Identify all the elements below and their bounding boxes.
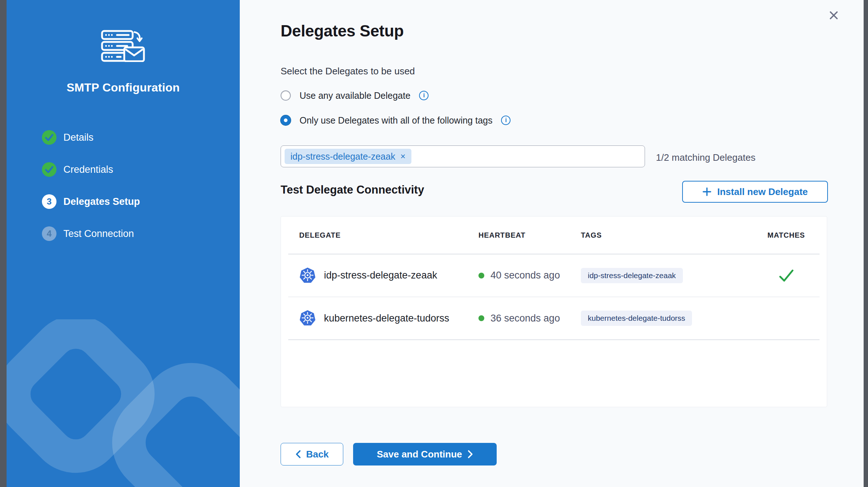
info-icon[interactable]: i (501, 116, 511, 125)
step-number-badge: 3 (42, 194, 56, 209)
delegate-tags-input[interactable]: idp-stress-delegate-zeaak × (281, 145, 645, 167)
table-row: idp-stress-delegate-zeaak 40 seconds ago… (281, 254, 827, 297)
divider (288, 339, 820, 340)
sidebar-item-credentials[interactable]: Credentials (42, 162, 140, 177)
sidebar-item-details[interactable]: Details (42, 130, 140, 145)
step-label: Delegates Setup (63, 196, 140, 207)
back-button[interactable]: Back (281, 443, 343, 465)
radio-label: Use any available Delegate (300, 90, 410, 101)
chevron-right-icon (467, 449, 473, 459)
kubernetes-icon (299, 267, 316, 284)
install-new-delegate-button[interactable]: Install new Delegate (682, 181, 828, 203)
delegates-setup-panel: Delegates Setup Select the Delegates to … (240, 0, 864, 487)
screen: SMTP Configuration Details Credentials 3 (0, 0, 868, 487)
column-header-tags: TAGS (581, 231, 728, 239)
heartbeat-text: 40 seconds ago (490, 270, 560, 281)
table-row: kubernetes-delegate-tudorss 36 seconds a… (281, 297, 827, 339)
smtp-mail-servers-icon (101, 30, 145, 62)
close-icon (828, 9, 840, 22)
plus-icon (702, 187, 712, 196)
wizard-title: SMTP Configuration (7, 81, 240, 94)
delegate-tag-badge: kubernetes-delegate-tudorss (581, 311, 692, 326)
sidebar-item-delegates-setup[interactable]: 3 Delegates Setup (42, 194, 140, 209)
delegate-name: idp-stress-delegate-zeaak (324, 270, 437, 281)
save-and-continue-button[interactable]: Save and Continue (353, 443, 497, 465)
step-number-badge: 4 (42, 226, 56, 241)
heartbeat-text: 36 seconds ago (490, 313, 560, 324)
save-button-label: Save and Continue (377, 449, 462, 460)
heartbeat-status-dot (478, 315, 484, 321)
section-title: Test Delegate Connectivity (281, 183, 424, 196)
table-header: DELEGATE HEARTBEAT TAGS MATCHES (281, 217, 827, 254)
wizard-sidebar: SMTP Configuration Details Credentials 3 (7, 0, 240, 487)
radio-use-any-delegate[interactable]: Use any available Delegate i (281, 89, 429, 102)
matches-check-icon (778, 267, 795, 284)
step-label: Details (63, 132, 94, 143)
delegate-name: kubernetes-delegate-tudorss (324, 313, 449, 324)
matching-delegates-count: 1/2 matching Delegates (656, 152, 755, 163)
wizard-steps: Details Credentials 3 Delegates Setup 4 … (42, 130, 140, 258)
smtp-configuration-modal: SMTP Configuration Details Credentials 3 (7, 0, 864, 487)
tag-chip[interactable]: idp-stress-delegate-zeaak × (285, 149, 411, 164)
step-complete-icon (42, 162, 56, 177)
radio-delegates-with-tags[interactable]: Only use Delegates with all of the follo… (281, 114, 511, 126)
step-complete-icon (42, 130, 56, 145)
tag-chip-label: idp-stress-delegate-zeaak (290, 151, 395, 162)
step-label: Credentials (63, 164, 113, 175)
column-header-heartbeat: HEARTBEAT (478, 231, 581, 239)
column-header-matches: MATCHES (728, 231, 805, 239)
back-button-label: Back (306, 449, 329, 460)
delegates-table: DELEGATE HEARTBEAT TAGS MATCHES (281, 216, 827, 407)
step-label: Test Connection (63, 228, 134, 239)
page-title: Delegates Setup (281, 22, 404, 40)
radio-label: Only use Delegates with all of the follo… (300, 115, 492, 126)
info-icon[interactable]: i (419, 91, 429, 100)
install-button-label: Install new Delegate (717, 186, 808, 198)
radio-unselected-icon[interactable] (281, 90, 291, 101)
delegate-tag-badge: idp-stress-delegate-zeaak (581, 268, 683, 283)
column-header-delegate: DELEGATE (299, 231, 478, 239)
close-button[interactable] (826, 8, 841, 23)
brand-watermark (7, 319, 240, 487)
remove-tag-icon[interactable]: × (400, 152, 406, 161)
select-delegates-label: Select the Delegates to be used (281, 66, 415, 77)
heartbeat-status-dot (478, 273, 484, 278)
chevron-left-icon (295, 449, 301, 459)
radio-selected-icon[interactable] (281, 115, 291, 125)
kubernetes-icon (299, 310, 316, 327)
sidebar-item-test-connection[interactable]: 4 Test Connection (42, 226, 140, 241)
